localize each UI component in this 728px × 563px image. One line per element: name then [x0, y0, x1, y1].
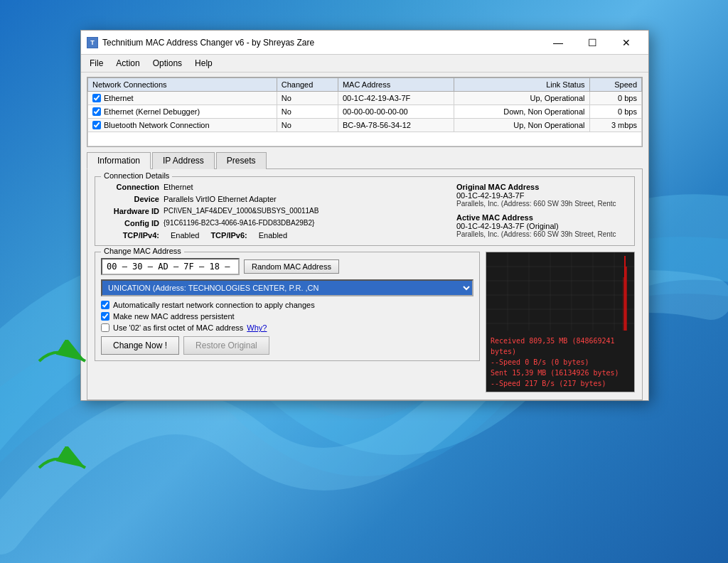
detail-tcpipv4-value: Enabled: [171, 231, 199, 240]
tab-presets[interactable]: Presets: [216, 152, 267, 169]
active-mac-title: Active MAC Address: [456, 213, 627, 222]
col-header-link: Link Status: [454, 78, 590, 92]
network-chart-area: Received 809,35 MB (848669241 bytes) --S…: [486, 252, 635, 392]
detail-tcpip: TCP/IPv4: Enabled TCP/IPv6: Enabled: [102, 231, 445, 240]
table-cell-changed: No: [277, 105, 338, 119]
auto-restart-label: Automatically restart network connection…: [113, 301, 315, 309]
table-cell-link: Up, Operational: [454, 92, 590, 105]
bottom-section: Change MAC Address Random MAC Address UN…: [95, 252, 635, 392]
detail-config: Config ID {91C61196-B2C3-4066-9A16-FDD83…: [102, 219, 445, 227]
vendor-dropdown[interactable]: UNICATION (Address: TECHNOLOGIES CENTER,…: [101, 279, 473, 296]
table-cell-name: Bluetooth Network Connection: [88, 119, 277, 132]
table-row-empty: [88, 132, 642, 146]
why-link[interactable]: Why?: [247, 323, 267, 332]
network-table: Network Connections Changed MAC Address …: [87, 77, 642, 146]
first-octet-checkbox[interactable]: [101, 323, 109, 332]
col-header-name: Network Connections: [88, 78, 277, 92]
received-label: Received: [491, 337, 525, 345]
received-stat: Received 809,35 MB (848669241 bytes): [491, 336, 630, 357]
detail-hardware-label: Hardware ID: [102, 207, 159, 215]
chart-canvas: [486, 252, 634, 333]
arrow-indicator-2: [36, 446, 92, 491]
chart-svg: [486, 252, 634, 331]
change-now-button[interactable]: Change Now !: [101, 336, 179, 355]
table-row[interactable]: Bluetooth Network Connection No BC-9A-78…: [88, 119, 642, 132]
minimize-button[interactable]: —: [542, 34, 574, 51]
table-cell-speed: 0 bps: [589, 105, 641, 119]
window-title: Technitium MAC Address Changer v6 - by S…: [102, 38, 542, 48]
table-cell-changed: No: [277, 92, 338, 105]
sent-speed-stat: --Speed 217 B/s (217 bytes): [491, 378, 630, 389]
persistent-mac-checkbox[interactable]: [101, 312, 109, 321]
network-table-container: Network Connections Changed MAC Address …: [87, 77, 643, 147]
menu-help[interactable]: Help: [189, 56, 218, 70]
detail-connection: Connection Ethernet: [102, 183, 445, 191]
received-speed-value: 0 B/s (0 bytes): [525, 358, 589, 366]
detail-config-value: {91C61196-B2C3-4066-9A16-FDD83DBA29B2}: [164, 219, 445, 227]
detail-connection-value: Ethernet: [164, 183, 445, 191]
original-mac-vendor: Parallels, Inc. (Address: 660 SW 39h Str…: [456, 200, 627, 208]
detail-hardware-value: PCI\VEN_1AF4&DEV_1000&SUBSYS_00011AB: [164, 207, 445, 215]
tab-information[interactable]: Information: [87, 152, 151, 169]
change-mac-inner: Change MAC Address Random MAC Address UN…: [95, 252, 480, 361]
row-checkbox-2[interactable]: [92, 107, 101, 116]
table-row[interactable]: Ethernet No 00-1C-42-19-A3-7F Up, Operat…: [88, 92, 642, 105]
table-cell-link: Up, Non Operational: [454, 119, 590, 132]
detail-connection-label: Connection: [102, 183, 159, 191]
menu-bar: File Action Options Help: [81, 55, 648, 73]
table-cell-mac: 00-1C-42-19-A3-7F: [338, 92, 454, 105]
table-cell-name: Ethernet: [88, 92, 277, 105]
svg-rect-3: [486, 252, 634, 331]
restore-original-button[interactable]: Restore Original: [183, 336, 269, 355]
col-header-mac: MAC Address: [338, 78, 454, 92]
original-mac-block: Original MAC Address 00-1C-42-19-A3-7F P…: [456, 183, 627, 208]
menu-file[interactable]: File: [84, 56, 109, 70]
active-mac-block: Active MAC Address 00-1C-42-19-A3-7F (Or…: [456, 213, 627, 238]
mac-address-input[interactable]: [101, 258, 240, 275]
sent-value: 15,39 MB (16134926 bytes): [512, 369, 619, 377]
table-cell-mac: 00-00-00-00-00-00: [338, 105, 454, 119]
action-buttons: Change Now ! Restore Original: [101, 336, 473, 355]
detail-tcpipv4-label: TCP/IPv4:: [102, 231, 159, 240]
checkbox-row-2: Make new MAC address persistent: [101, 312, 473, 321]
checkbox-row-3: Use '02' as first octet of MAC address W…: [101, 323, 473, 332]
menu-action[interactable]: Action: [110, 56, 145, 70]
tab-ip-address[interactable]: IP Address: [152, 152, 215, 169]
row-checkbox-1[interactable]: [92, 94, 101, 102]
tabs-area: Information IP Address Presets Connectio…: [87, 151, 643, 400]
detail-hardware: Hardware ID PCI\VEN_1AF4&DEV_1000&SUBSYS…: [102, 207, 445, 215]
col-header-changed: Changed: [277, 78, 338, 92]
detail-config-label: Config ID: [102, 219, 159, 227]
random-mac-button[interactable]: Random MAC Address: [244, 259, 339, 274]
sent-label: Sent: [491, 369, 508, 377]
title-bar: T Technitium MAC Address Changer v6 - by…: [81, 31, 648, 55]
table-cell-mac: BC-9A-78-56-34-12: [338, 119, 454, 132]
main-window: T Technitium MAC Address Changer v6 - by…: [80, 30, 649, 401]
mac-info-panel: Original MAC Address 00-1C-42-19-A3-7F P…: [456, 183, 627, 240]
active-mac-vendor: Parallels, Inc. (Address: 660 SW 39h Str…: [456, 230, 627, 238]
table-cell-speed: 3 mbps: [589, 119, 641, 132]
app-icon: T: [87, 37, 98, 48]
close-button[interactable]: ✕: [610, 34, 643, 51]
col-header-speed: Speed: [589, 78, 641, 92]
first-octet-label: Use '02' as first octet of MAC address: [113, 323, 243, 332]
menu-options[interactable]: Options: [147, 56, 188, 70]
window-controls: — ☐ ✕: [542, 34, 643, 51]
sent-speed-label: --Speed: [491, 380, 520, 387]
active-mac-value: 00-1C-42-19-A3-7F (Original): [456, 222, 627, 230]
maximize-button[interactable]: ☐: [576, 34, 609, 51]
table-cell-link: Down, Non Operational: [454, 105, 590, 119]
connection-details-group: Connection Details Connection Ethernet D…: [95, 176, 635, 246]
table-row[interactable]: Ethernet (Kernel Debugger) No 00-00-00-0…: [88, 105, 642, 119]
sent-speed-value: 217 B/s (217 bytes): [525, 380, 606, 387]
tabs-header: Information IP Address Presets: [87, 151, 643, 169]
original-mac-title: Original MAC Address: [456, 183, 627, 191]
connection-details-legend: Connection Details: [101, 171, 172, 180]
table-cell-speed: 0 bps: [589, 92, 641, 105]
auto-restart-checkbox[interactable]: [101, 301, 109, 309]
row-checkbox-3[interactable]: [92, 121, 101, 129]
table-cell-name: Ethernet (Kernel Debugger): [88, 105, 277, 119]
mac-input-row: Random MAC Address: [101, 258, 473, 275]
change-mac-group: Change MAC Address Random MAC Address UN…: [95, 252, 480, 392]
detail-device-label: Device: [102, 195, 159, 203]
